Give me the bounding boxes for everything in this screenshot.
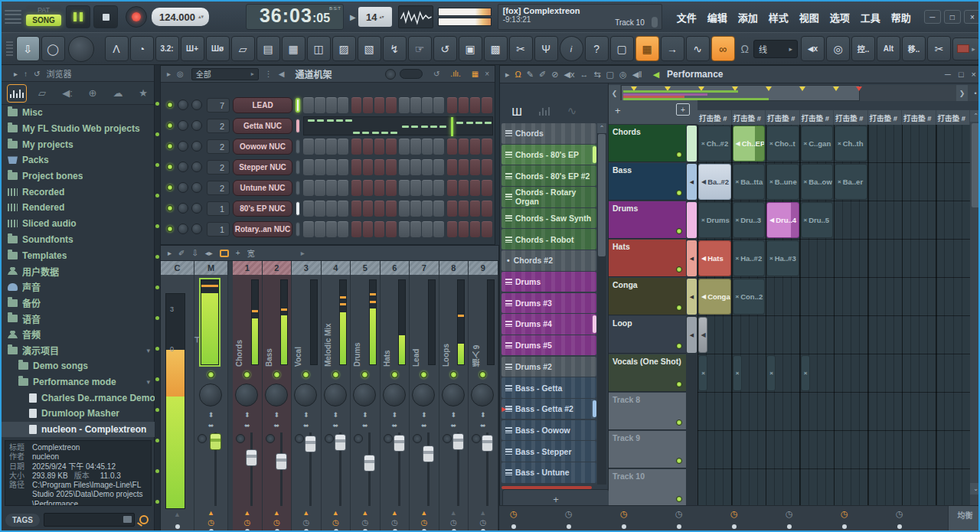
grid-row-5[interactable]: ◀ xyxy=(697,316,970,354)
clip-C..gan[interactable]: ×C..gan xyxy=(801,126,834,162)
step-cell[interactable] xyxy=(326,201,337,217)
mixer-strip-M[interactable]: M⊣⬍⬌▲◷ xyxy=(194,261,228,532)
strip-small-knob[interactable] xyxy=(236,434,245,443)
grid-row-2[interactable]: ×Drums×Dru..3◀Dru..4×Dru..5 xyxy=(697,201,970,240)
playlist-close-button[interactable]: × xyxy=(972,70,976,79)
mixer-dock-icon[interactable]: ⇩ xyxy=(191,249,198,257)
mixer-strip-3[interactable]: 3Vocal⬍⬌▲◷ xyxy=(292,261,322,532)
pattern-item-0[interactable]: Chords xyxy=(501,123,596,144)
step-cell[interactable] xyxy=(315,180,325,196)
playlist-track-header-0[interactable]: Chords xyxy=(609,125,686,162)
strip-pan-knob[interactable] xyxy=(442,383,465,406)
step-cell[interactable] xyxy=(470,201,481,217)
leftright-arrows-icon[interactable]: ⬌ xyxy=(410,422,439,429)
pattern-item-10[interactable]: Drums #5 xyxy=(501,335,596,356)
send-lamp-icon[interactable]: ▲ xyxy=(263,509,292,517)
step-cell[interactable] xyxy=(326,180,337,196)
save-new-version-button[interactable]: ▩ xyxy=(484,36,508,61)
step-cell[interactable] xyxy=(315,97,325,113)
strip-pan-knob[interactable] xyxy=(324,383,347,406)
chevron-down-icon[interactable]: ▾ xyxy=(146,347,150,354)
clip-Con..2[interactable]: ×Con..2 xyxy=(733,279,766,315)
step-edit-button[interactable]: ▤ xyxy=(256,36,280,61)
browser-tab-audio[interactable] xyxy=(7,84,27,103)
grid-row-7[interactable] xyxy=(697,393,970,431)
clip-Drums[interactable]: ×Drums xyxy=(698,202,731,238)
step-cell[interactable] xyxy=(470,221,481,237)
strip-body[interactable]: Hats⬍⬌▲◷ xyxy=(381,275,410,532)
strip-number[interactable]: 2 xyxy=(263,261,292,275)
strip-pan-knob[interactable] xyxy=(294,383,317,406)
step-cell[interactable] xyxy=(422,180,433,196)
channel-name-button[interactable]: 80's EP NUC xyxy=(233,201,292,217)
pattern-prev-icon[interactable]: ▶ xyxy=(350,13,356,21)
step-cell[interactable] xyxy=(470,139,481,155)
step-cell[interactable] xyxy=(363,180,374,196)
step-cell[interactable] xyxy=(351,201,362,217)
updown-arrows-icon[interactable]: ⬍ xyxy=(194,411,227,419)
step-cell[interactable] xyxy=(470,97,481,113)
step-sequencer[interactable] xyxy=(303,97,493,113)
folder-icon[interactable] xyxy=(123,516,132,523)
mute-tool[interactable]: ◀x xyxy=(564,70,574,80)
step-cell[interactable] xyxy=(410,180,421,196)
browser-item-15[interactable]: 演示项目▾ xyxy=(2,342,155,358)
pattern-spinner[interactable]: ▴▾ xyxy=(379,15,384,20)
browser-tab-web[interactable]: ⊕ xyxy=(83,84,103,103)
strip-number[interactable]: 1 xyxy=(233,261,263,275)
track-led[interactable] xyxy=(676,190,682,196)
browser-item-13[interactable]: 语音 xyxy=(2,311,155,327)
clip-Dru..4[interactable]: ◀Dru..4 xyxy=(766,202,799,238)
mixer-strip-7[interactable]: 7Lead⬍⬌▲◷ xyxy=(410,261,439,532)
chevron-down-icon[interactable]: ▾ xyxy=(146,378,150,386)
strip-led[interactable] xyxy=(243,371,250,378)
strip-small-knob[interactable] xyxy=(198,434,207,443)
send-lamp-icon[interactable]: ▲ xyxy=(194,509,227,517)
track-led[interactable] xyxy=(676,496,682,502)
alt-button[interactable]: Alt xyxy=(877,36,900,61)
step-cell[interactable] xyxy=(399,180,410,196)
pattern-item-12[interactable]: Bass - Getta xyxy=(501,377,596,398)
pattern-item-3[interactable]: Chords - Rotary Organ xyxy=(501,187,596,207)
mixer-paint-icon[interactable]: ✐ xyxy=(178,249,185,257)
performance-grid[interactable]: ×Ch..#2◀Ch..EP×Cho..t×C..gan×Ch..th◀Ba..… xyxy=(697,125,970,506)
browser-tab-files[interactable]: ▱ xyxy=(32,84,52,103)
browser-tab-favorites[interactable]: ★ xyxy=(133,84,153,103)
channel-indicator[interactable] xyxy=(296,201,300,216)
link-button[interactable]: ∞ xyxy=(711,36,735,61)
grid-row-3[interactable]: ◀Hats×Ha..#2×Ha..#3 xyxy=(697,240,970,278)
metronome-button[interactable]: ◔ xyxy=(130,36,154,61)
channel-volume-knob[interactable] xyxy=(191,120,202,131)
step-sequencer[interactable] xyxy=(303,139,493,155)
playlist-track-header-7[interactable]: Track 8 xyxy=(609,393,686,430)
turntable-button[interactable]: ◎ xyxy=(826,36,850,61)
channel-pan-knob[interactable] xyxy=(178,224,188,234)
step-cell[interactable] xyxy=(363,97,374,113)
track-led[interactable] xyxy=(676,343,682,349)
rack-speaker-icon[interactable]: ◀ xyxy=(279,70,285,78)
step-cell[interactable] xyxy=(315,201,325,217)
clip-Hats[interactable]: ◀Hats xyxy=(698,240,731,276)
strip-body[interactable]: Lead⬍⬌▲◷ xyxy=(410,275,439,532)
save-button[interactable]: ▣ xyxy=(459,36,482,61)
browser-header-icons[interactable]: ▸↑↺ xyxy=(8,69,40,78)
copy-button[interactable]: ▧ xyxy=(358,36,381,61)
updown-arrows-icon[interactable]: ⬍ xyxy=(410,411,439,419)
clip-Dru..5[interactable]: ×Dru..5 xyxy=(801,202,834,238)
channel-name-button[interactable]: Rotary..an NUC xyxy=(233,221,292,237)
leftright-arrows-icon[interactable]: ⬌ xyxy=(233,422,262,429)
channel-pan-knob[interactable] xyxy=(178,100,188,110)
fader-handle[interactable] xyxy=(364,455,375,472)
track-led[interactable] xyxy=(676,266,682,273)
step-cell[interactable] xyxy=(374,159,385,175)
fader-handle[interactable] xyxy=(394,435,405,452)
live-clip-indicator[interactable]: ◀ xyxy=(687,279,697,315)
ctrl-button[interactable]: 控.. xyxy=(851,36,875,61)
step-cell[interactable] xyxy=(459,201,469,217)
step-cell[interactable] xyxy=(326,139,337,155)
send-lamp-icon[interactable]: ▲ xyxy=(381,509,410,517)
playlist-track-header-8[interactable]: Track 9 xyxy=(609,431,686,468)
picker-tab-audio[interactable] xyxy=(531,105,558,118)
channel-value-box[interactable]: 2 xyxy=(207,139,230,154)
step-cell[interactable] xyxy=(386,221,397,237)
